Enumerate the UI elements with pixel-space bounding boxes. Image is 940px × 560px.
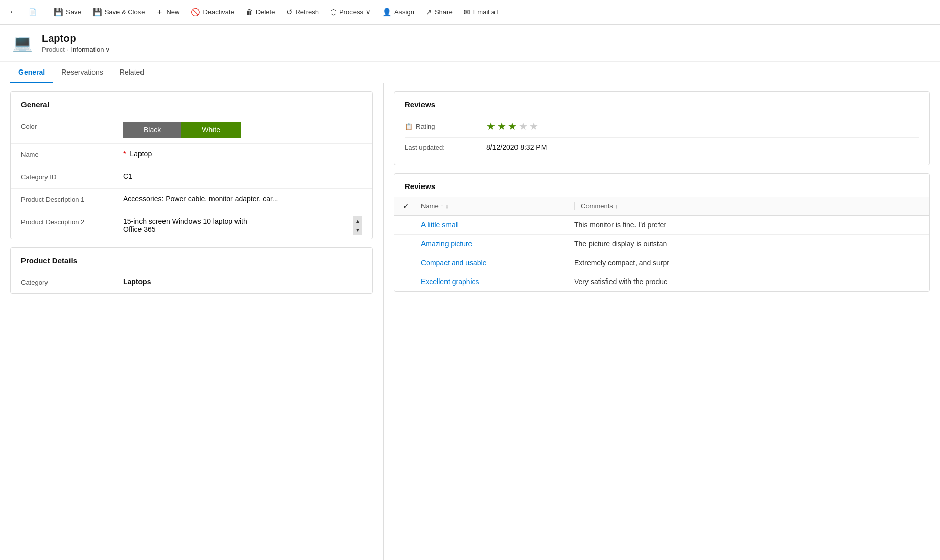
stars-row: ★ ★ ★ ★ ★ xyxy=(486,120,919,132)
color-white-button[interactable]: White xyxy=(181,122,241,138)
scroll-down-button[interactable]: ▼ xyxy=(353,225,362,235)
new-button[interactable]: ＋ New xyxy=(151,4,184,20)
scroll-buttons: ▲ ▼ xyxy=(353,216,362,235)
toolbar-divider-1 xyxy=(45,5,45,19)
name-value: * Laptop xyxy=(123,149,362,158)
main-content: General Color Black White Name * Laptop xyxy=(0,83,940,560)
color-black-button[interactable]: Black xyxy=(123,122,181,138)
page-icon-button[interactable]: 📄 xyxy=(24,5,42,19)
reviews-table-title: Reviews xyxy=(394,174,929,197)
rating-label-text: Rating xyxy=(416,123,435,130)
category-row: Category Laptops xyxy=(11,271,372,293)
reviews-summary: 📋 Rating ★ ★ ★ ★ ★ La xyxy=(394,115,929,165)
email-icon: ✉ xyxy=(464,8,471,17)
assign-icon: 👤 xyxy=(382,8,392,17)
save-close-label: Save & Close xyxy=(105,8,145,16)
breadcrumb: Product · Information ∨ xyxy=(42,45,110,53)
deactivate-label: Deactivate xyxy=(203,8,234,16)
star-2: ★ xyxy=(497,120,506,132)
review-row-1-name[interactable]: A little small xyxy=(421,221,574,229)
check-all-icon[interactable]: ✓ xyxy=(403,201,409,211)
laptop-icon: 💻 xyxy=(10,31,35,55)
last-updated-label: Last updated: xyxy=(405,144,486,151)
process-button[interactable]: ⬡ Process ∨ xyxy=(325,5,376,20)
comments-sort-icon[interactable]: ↓ xyxy=(615,203,618,209)
name-col-label: Name xyxy=(421,202,439,210)
toolbar: ← 📄 💾 Save 💾 Save & Close ＋ New 🚫 Deacti… xyxy=(0,0,940,25)
refresh-button[interactable]: ↺ Refresh xyxy=(281,5,324,20)
tab-general[interactable]: General xyxy=(10,62,53,83)
tabs: General Reservations Related xyxy=(0,62,940,83)
general-card-title: General xyxy=(11,92,372,115)
table-check-col-header: ✓ xyxy=(403,201,421,211)
back-button[interactable]: ← xyxy=(4,3,22,21)
delete-button[interactable]: 🗑 Delete xyxy=(241,5,280,19)
page-title-section: Laptop Product · Information ∨ xyxy=(42,33,110,53)
category-id-row: Category ID C1 xyxy=(11,166,372,188)
share-button[interactable]: ↗ Share xyxy=(420,5,458,20)
star-3: ★ xyxy=(508,120,517,132)
review-row-2[interactable]: Amazing picture The picture display is o… xyxy=(394,235,929,253)
save-button[interactable]: 💾 Save xyxy=(49,5,86,20)
product-desc-1-row: Product Description 1 Accessories: Power… xyxy=(11,188,372,211)
product-details-card: Product Details Category Laptops xyxy=(10,247,373,294)
color-value: Black White xyxy=(123,121,362,138)
tab-related[interactable]: Related xyxy=(111,62,152,83)
review-row-3-name[interactable]: Compact and usable xyxy=(421,259,574,267)
breadcrumb-information-dropdown[interactable]: Information ∨ xyxy=(70,45,110,53)
product-desc-2-label: Product Description 2 xyxy=(21,216,123,226)
reviews-summary-card: Reviews 📋 Rating ★ ★ ★ ★ ★ xyxy=(394,91,930,165)
review-row-4[interactable]: Excellent graphics Very satisfied with t… xyxy=(394,272,929,291)
save-close-button[interactable]: 💾 Save & Close xyxy=(87,5,150,20)
review-row-3-comment: Extremely compact, and surpr xyxy=(574,259,921,267)
rating-icon: 📋 xyxy=(405,123,413,130)
save-icon: 💾 xyxy=(54,8,63,17)
deactivate-icon: 🚫 xyxy=(191,8,200,17)
page-title: Laptop xyxy=(42,33,110,44)
review-row-3[interactable]: Compact and usable Extremely compact, an… xyxy=(394,253,929,272)
color-button-group: Black White xyxy=(123,122,362,138)
rating-value: ★ ★ ★ ★ ★ xyxy=(486,120,919,132)
refresh-icon: ↺ xyxy=(286,8,293,17)
name-sort-asc-icon[interactable]: ↑ xyxy=(441,203,444,209)
email-button[interactable]: ✉ Email a L xyxy=(459,5,506,20)
name-label: Name xyxy=(21,149,123,158)
color-label: Color xyxy=(21,121,123,130)
required-star: * xyxy=(123,150,126,158)
deactivate-button[interactable]: 🚫 Deactivate xyxy=(185,5,239,20)
category-value: Laptops xyxy=(123,276,362,286)
review-row-2-name[interactable]: Amazing picture xyxy=(421,240,574,248)
refresh-label: Refresh xyxy=(295,8,319,16)
review-row-4-name[interactable]: Excellent graphics xyxy=(421,277,574,286)
star-5: ★ xyxy=(529,120,538,132)
assign-button[interactable]: 👤 Assign xyxy=(377,5,419,20)
color-row: Color Black White xyxy=(11,115,372,143)
left-panel: General Color Black White Name * Laptop xyxy=(0,83,383,560)
product-desc-1-value: Accessories: Power cable, monitor adapte… xyxy=(123,194,362,203)
new-icon: ＋ xyxy=(156,7,163,17)
review-row-1[interactable]: A little small This monitor is fine. I'd… xyxy=(394,216,929,235)
last-updated-value: 8/12/2020 8:32 PM xyxy=(486,143,919,151)
name-row: Name * Laptop xyxy=(11,143,372,166)
review-row-4-comment: Very satisfied with the produc xyxy=(574,277,921,286)
name-sort-desc-icon[interactable]: ↓ xyxy=(445,203,449,209)
breadcrumb-product: Product xyxy=(42,45,65,53)
new-label: New xyxy=(166,8,179,16)
process-chevron-icon: ∨ xyxy=(366,8,371,16)
page-icon: 📄 xyxy=(29,8,37,16)
process-label: Process xyxy=(339,8,363,16)
general-card: General Color Black White Name * Laptop xyxy=(10,91,373,239)
last-updated-row: Last updated: 8/12/2020 8:32 PM xyxy=(405,138,919,156)
breadcrumb-information-label: Information xyxy=(70,45,104,53)
email-label: Email a L xyxy=(473,8,501,16)
star-1: ★ xyxy=(486,120,496,132)
scroll-up-button[interactable]: ▲ xyxy=(353,216,362,225)
save-label: Save xyxy=(66,8,81,16)
tab-reservations[interactable]: Reservations xyxy=(53,62,111,83)
page-header: 💻 Laptop Product · Information ∨ xyxy=(0,25,940,62)
table-name-col-header[interactable]: Name ↑ ↓ xyxy=(421,202,574,210)
table-comments-col-header[interactable]: Comments ↓ xyxy=(574,202,921,210)
rating-row: 📋 Rating ★ ★ ★ ★ ★ xyxy=(405,115,919,138)
breadcrumb-chevron-icon: ∨ xyxy=(105,45,110,53)
review-row-1-comment: This monitor is fine. I'd prefer xyxy=(574,221,921,229)
